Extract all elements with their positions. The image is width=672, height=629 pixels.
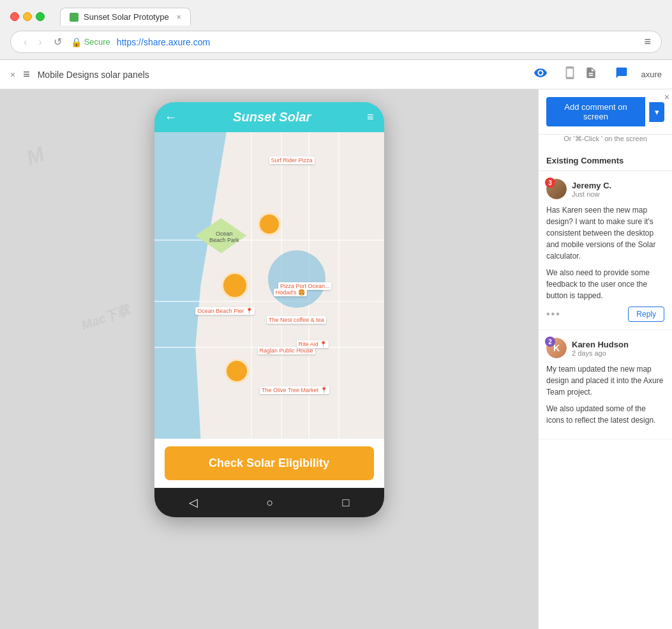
right-panel: × Add comment on screen ▾ Or '⌘-Click ' … — [538, 89, 672, 629]
park-label: OceanBeach Park — [195, 231, 253, 243]
active-tab[interactable]: Sunset Solar Prototype × — [60, 8, 191, 26]
place-hodads: Hodad's 🍔 — [274, 289, 307, 296]
avatar-wrapper-1: 3 — [546, 179, 567, 199]
browser-chrome: Sunset Solar Prototype × ‹ › ↺ 🔒 Secure … — [0, 0, 672, 60]
comment-1-author: Jeremy C. — [572, 181, 611, 190]
comment-1-text1: Has Karen seen the new map design? I wan… — [546, 204, 664, 262]
comment-2-text1: My team updated the new map design and p… — [546, 363, 664, 398]
tab-close-button[interactable]: × — [177, 13, 181, 22]
browser-titlebar: Sunset Solar Prototype × — [0, 0, 672, 31]
watermark-1: M — [24, 142, 48, 171]
secure-label: Secure — [84, 37, 110, 47]
comment-1-meta: Jeremy C. Just now — [572, 181, 611, 198]
add-comment-button[interactable]: Add comment on screen — [546, 97, 645, 126]
comment-2-time: 2 days ago — [572, 349, 629, 357]
map-road-h1 — [154, 239, 384, 241]
existing-comments-title: Existing Comments — [539, 151, 672, 171]
cta-button[interactable]: Check Solar Eligibility — [165, 446, 374, 480]
tab-title: Sunset Solar Prototype — [84, 12, 169, 22]
reply-button-1[interactable]: Reply — [628, 307, 664, 322]
map-area: OceanBeach Park Surf Rider Pizza Pizza P… — [154, 132, 384, 439]
main-content: M Mac下载 M Mac 下载 Mac下载 ← Sunset Solar ≡ — [0, 89, 672, 629]
comment-2-meta: Karen Hudson 2 days ago — [572, 340, 629, 357]
phone-filter-icon[interactable]: ≡ — [367, 110, 374, 124]
phone-app-title: Sunset Solar — [233, 110, 311, 125]
place-pier: Ocean Beach Pier 📍 — [195, 307, 255, 315]
avatar-wrapper-2: K 2 — [546, 338, 567, 358]
toolbar-title: Mobile Designs solar panels — [38, 70, 532, 80]
comment-1-footer: ••• Reply — [546, 307, 664, 322]
place-surf-rider: Surf Rider Pizza — [269, 156, 315, 164]
watermark-2: Mac下载 — [79, 301, 132, 335]
phone-screen: ← Sunset Solar ≡ — [154, 102, 384, 517]
place-riteaid: Rite Aid 📍 — [297, 340, 329, 348]
traffic-lights — [10, 12, 45, 21]
comment-2-author: Karen Hudson — [572, 340, 629, 349]
url-display[interactable]: https://share.axure.com — [117, 37, 638, 47]
back-button[interactable]: ‹ — [21, 36, 29, 48]
phone-nav-recents[interactable]: □ — [343, 496, 350, 510]
comment-1-time: Just now — [572, 190, 611, 198]
view-preview-icon[interactable] — [531, 63, 550, 86]
map-road-v1 — [251, 132, 252, 439]
phone-header: ← Sunset Solar ≡ — [154, 102, 384, 132]
maximize-traffic-light[interactable] — [36, 12, 45, 21]
place-olive: The Olive Tree Market 📍 — [260, 386, 329, 394]
comment-badge-2: 2 — [545, 337, 555, 347]
phone-nav-home[interactable]: ○ — [267, 496, 274, 510]
prototype-area: M Mac下载 M Mac 下载 Mac下载 ← Sunset Solar ≡ — [0, 89, 538, 629]
map-dot-3 — [225, 359, 249, 383]
map-dot-1 — [258, 213, 281, 236]
comment-badge-1: 3 — [545, 178, 555, 188]
device-preview-icon[interactable] — [560, 63, 579, 86]
toolbar-right: axure — [579, 64, 662, 85]
address-bar: ‹ › ↺ 🔒 Secure https://share.axure.com ≡ — [10, 31, 662, 53]
tab-favicon — [70, 13, 78, 22]
panel-close-button[interactable]: × — [662, 89, 672, 105]
place-nest: The Nest coffee & tea — [267, 316, 326, 324]
map-road-v4 — [338, 132, 340, 439]
toolbar-center — [531, 63, 579, 86]
comment-1-header: 3 Jeremy C. Just now — [546, 179, 664, 199]
browser-menu-icon[interactable]: ≡ — [644, 35, 651, 49]
doc-panel-icon[interactable] — [579, 64, 602, 85]
add-comment-dropdown[interactable]: ▾ — [649, 102, 664, 122]
comment-1-text2: We also need to provide some feedback to… — [546, 267, 664, 301]
comment-item-2: K 2 Karen Hudson 2 days ago My team upda… — [539, 330, 672, 439]
lock-icon: 🔒 — [71, 37, 82, 47]
phone-mockup: ← Sunset Solar ≡ — [154, 102, 384, 517]
app-toolbar: × ≡ Mobile Designs solar panels axure — [0, 60, 672, 89]
comment-item-1: 3 Jeremy C. Just now Has Karen seen the … — [539, 171, 672, 330]
comment-1-more-icon[interactable]: ••• — [546, 308, 561, 320]
toolbar-menu-button[interactable]: ≡ — [23, 68, 30, 81]
cmd-hint-text: Or '⌘-Click ' on the screen — [539, 135, 672, 151]
comment-2-text2: We also updated some of the icons to ref… — [546, 403, 664, 426]
map-dot-2 — [221, 272, 248, 299]
minimize-traffic-light[interactable] — [23, 12, 32, 21]
comment-panel-icon[interactable] — [610, 64, 633, 85]
map-circle-blue — [268, 250, 325, 308]
forward-button[interactable]: › — [36, 36, 44, 48]
comment-2-header: K 2 Karen Hudson 2 days ago — [546, 338, 664, 358]
secure-badge: 🔒 Secure — [71, 37, 110, 47]
brand-logo: axure — [641, 70, 662, 79]
phone-back-button[interactable]: ← — [165, 110, 177, 125]
phone-nav-back[interactable]: ◁ — [189, 496, 198, 510]
map-road-h2 — [154, 301, 384, 302]
tab-bar: Sunset Solar Prototype × — [60, 8, 191, 26]
phone-nav-bar: ◁ ○ □ — [154, 488, 384, 517]
refresh-button[interactable]: ↺ — [51, 36, 64, 48]
add-comment-bar: Add comment on screen ▾ — [539, 89, 672, 135]
toolbar-close-button[interactable]: × — [10, 70, 15, 80]
close-traffic-light[interactable] — [10, 12, 19, 21]
